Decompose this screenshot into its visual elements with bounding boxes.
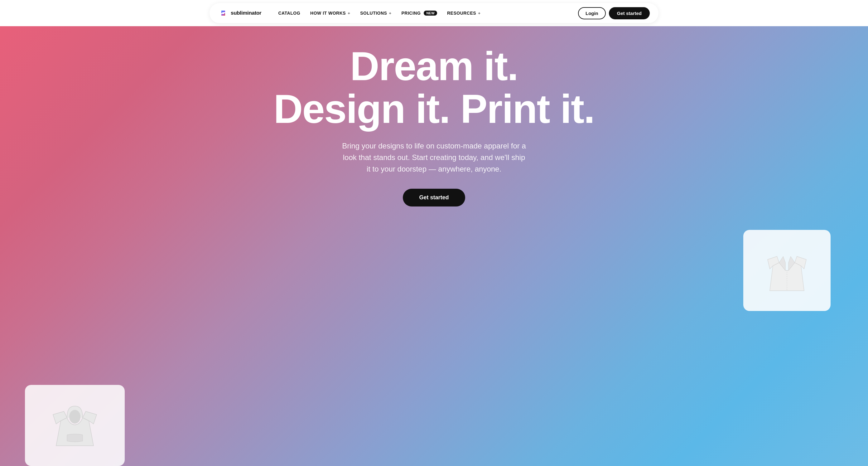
nav-resources[interactable]: RESOURCES + [443,8,485,18]
product-card-hoodie [25,385,125,466]
svg-rect-0 [218,8,228,18]
hero-cta-button[interactable]: Get started [403,189,465,206]
hero-section: Dream it. Design it. Print it. Bring you… [0,26,868,466]
hero-heading: Dream it. Design it. Print it. [261,45,607,130]
shirt-image [762,245,812,295]
nav-wrapper: subliminator CATALOG HOW IT WORKS + SOLU… [0,0,868,26]
product-card-shirt [743,230,831,311]
hero-subtext: Bring your designs to life on custom-mad… [334,140,534,175]
resources-plus: + [478,11,480,16]
solutions-plus: + [389,11,391,16]
how-it-works-plus: + [348,11,350,16]
nav-how-it-works[interactable]: HOW IT WORKS + [306,8,354,18]
svg-point-1 [69,410,81,424]
brand-logo[interactable]: subliminator [218,8,261,18]
get-started-nav-button[interactable]: Get started [609,7,650,19]
nav-pricing[interactable]: PRICING NEW [397,8,441,18]
nav-links: CATALOG HOW IT WORKS + SOLUTIONS + PRICI… [274,8,578,18]
nav-catalog[interactable]: CATALOG [274,8,305,18]
hoodie-image [47,397,103,454]
nav-actions: Login Get started [578,7,650,19]
logo-icon [218,8,228,18]
nav-solutions[interactable]: SOLUTIONS + [356,8,396,18]
pricing-new-badge: NEW [424,10,437,16]
brand-name: subliminator [231,10,261,16]
login-button[interactable]: Login [578,7,606,19]
navbar: subliminator CATALOG HOW IT WORKS + SOLU… [210,3,658,23]
